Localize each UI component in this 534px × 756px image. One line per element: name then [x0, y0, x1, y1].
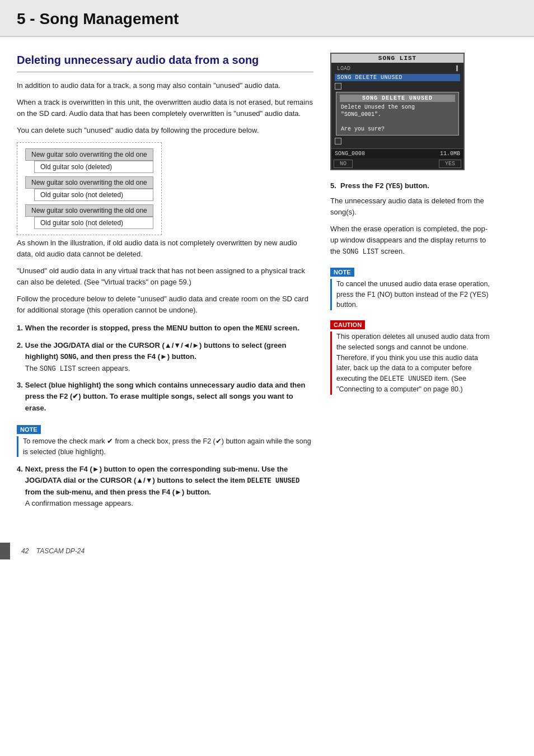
step-2-subtext: The SONG LIST screen appears. [25, 364, 130, 372]
intro-para-1: In addition to audio data for a track, a… [17, 80, 313, 91]
step-1-label: When the recorder is stopped, press the … [25, 324, 299, 332]
step-5-body2-end: screen. [381, 247, 405, 255]
diagram-row-1: New guitar solo overwriting the old one … [25, 148, 153, 173]
step-2-mono: SONG [60, 353, 77, 361]
device-screen: SONG LIST LOAD ▐ SONG DELETE UNUSED [330, 53, 465, 170]
footer-bar [0, 543, 10, 559]
overwrite-diagram: New guitar solo overwriting the old one … [17, 142, 162, 235]
page-header: 5 - Song Management [0, 0, 534, 37]
step-5-body2: When the erase operation is completed, t… [330, 223, 493, 258]
diagram-old-2: Old guitar solo (not deleted) [34, 189, 153, 201]
screen-footer: SONG_0008 11.0MB [331, 148, 463, 158]
step-2-label: Use the JOG/DATA dial or the CURSOR (▲/▼… [25, 341, 287, 361]
step-5-body2-mono: SONG LIST [343, 248, 379, 256]
screen-titlebar: SONG LIST [331, 54, 463, 63]
screen-dialog-line2: "SONG_0001". [340, 111, 455, 118]
note-1-label: NOTE [17, 425, 41, 434]
note-2-label: NOTE [330, 268, 354, 277]
right-column: SONG LIST LOAD ▐ SONG DELETE UNUSED [330, 53, 493, 516]
steps-list-2: 4. Next, press the F4 (►) button to open… [17, 464, 313, 509]
step-2: 2. Use the JOG/DATA dial or the CURSOR (… [17, 340, 313, 374]
section-title: Deleting unnecessary audio data from a s… [17, 53, 313, 72]
step-1: 1. When the recorder is stopped, press t… [17, 323, 313, 334]
step-4: 4. Next, press the F4 (►) button to open… [17, 464, 313, 509]
intro-para-3: You can delete such "unused" audio data … [17, 125, 313, 136]
step-3: 3. Select (blue highlight) the song whic… [17, 380, 313, 413]
step-5-mono: YES [388, 183, 400, 190]
step-5: 5. Press the F2 (YES) button. The unnece… [330, 180, 493, 258]
screen-dialog: SONG DELETE UNUSED Delete Unused the son… [336, 92, 459, 136]
screen-load-text: LOAD [337, 66, 350, 72]
screen-body: LOAD ▐ SONG DELETE UNUSED [331, 63, 463, 148]
diagram-row-2: New guitar solo overwriting the old one … [25, 176, 153, 201]
screen-footer-size: 11.0MB [440, 151, 460, 157]
step-3-label: Select (blue highlight) the song which c… [25, 381, 306, 412]
note-2-content: To cancel the unused audio data erase op… [330, 279, 493, 310]
caution-label: CAUTION [330, 320, 365, 329]
page-num-value: 42 [21, 547, 29, 555]
post-diag-para-1: As shown in the illustration, if old aud… [17, 237, 313, 260]
note-2: NOTE To cancel the unused audio data era… [330, 263, 493, 310]
screen-dialog-title: SONG DELETE UNUSED [340, 95, 455, 102]
step-1-mono: MENU [256, 325, 272, 333]
step-2-num: 2. [17, 340, 23, 351]
screen-checkbox-1 [335, 83, 341, 90]
diagram-old-1: Old guitar solo (deleted) [34, 161, 153, 173]
post-diag-para-3: Follow the procedure below to delete "un… [17, 293, 313, 316]
left-column: Deleting unnecessary audio data from a s… [17, 53, 313, 516]
screen-btn-yes[interactable]: YES [439, 160, 461, 168]
page-number: 42 TASCAM DP-24 [21, 547, 85, 555]
screen-dialog-line1: Delete Unused the song [340, 104, 455, 111]
screen-cb-row-1 [335, 83, 460, 90]
screen-checkbox-2 [335, 138, 341, 144]
chapter-title: 5 - Song Management [17, 10, 517, 28]
step-1-text: When the recorder is stopped, press the … [25, 323, 313, 334]
step-4-label: Next, press the F4 (►) button to open th… [25, 465, 299, 496]
screen-cb-row-2 [335, 138, 460, 144]
step-3-num: 3. [17, 380, 23, 391]
diagram-new-2: New guitar solo overwriting the old one [25, 176, 153, 189]
step-4-num: 4. [17, 464, 23, 475]
step-5-body1: The unnecessary audio data is deleted fr… [330, 195, 493, 218]
step-4-mono: DELETE UNUSED [247, 477, 300, 485]
screen-footer-song: SONG_0008 [335, 151, 365, 157]
screen-highlight-text: SONG DELETE UNUSED [335, 74, 460, 81]
screen-cb-text-1 [344, 86, 346, 87]
screen-load-bar: ▐ [455, 66, 458, 72]
caution-box: CAUTION This operation deletes all unuse… [330, 316, 493, 395]
diagram-new-3: New guitar solo overwriting the old one [25, 204, 153, 217]
screen-btn-row: NO YES [331, 158, 463, 169]
step-4-text: Next, press the F4 (►) button to open th… [25, 464, 313, 509]
step-2-sub-mono: SONG LIST [40, 365, 76, 373]
note-1: NOTE To remove the check mark ✔ from a c… [17, 421, 313, 458]
intro-para-2: When a track is overwritten in this unit… [17, 97, 313, 119]
caution-mono: DELETE UNUSED [380, 375, 433, 383]
diagram-row-3: New guitar solo overwriting the old one … [25, 204, 153, 229]
note-1-content: To remove the check mark ✔ from a check … [17, 436, 313, 458]
step-1-num: 1. [17, 323, 23, 334]
diagram-new-1: New guitar solo overwriting the old one [25, 148, 153, 161]
step-2-text: Use the JOG/DATA dial or the CURSOR (▲/▼… [25, 340, 313, 374]
caution-content: This operation deletes all unused audio … [330, 332, 493, 395]
screen-row-load: LOAD ▐ [335, 65, 460, 72]
diagram-old-3: Old guitar solo (not deleted) [34, 217, 153, 229]
screen-dialog-line3 [340, 118, 455, 125]
page-footer: 42 TASCAM DP-24 [0, 543, 534, 559]
screen-highlight-row: SONG DELETE UNUSED [335, 74, 460, 81]
brand-name: TASCAM DP-24 [36, 547, 85, 555]
screen-dialog-line4: Are you sure? [340, 125, 455, 133]
steps-list: 1. When the recorder is stopped, press t… [17, 323, 313, 413]
step-5-label: 5. Press the F2 (YES) button. [330, 181, 429, 190]
screen-cb-text-2 [344, 141, 346, 142]
screen-btn-no[interactable]: NO [334, 160, 353, 168]
step-3-text: Select (blue highlight) the song which c… [25, 380, 313, 413]
post-diag-para-2: "Unused" old audio data in any virtual t… [17, 265, 313, 288]
step-4-subtext: A confirmation message appears. [25, 499, 133, 507]
